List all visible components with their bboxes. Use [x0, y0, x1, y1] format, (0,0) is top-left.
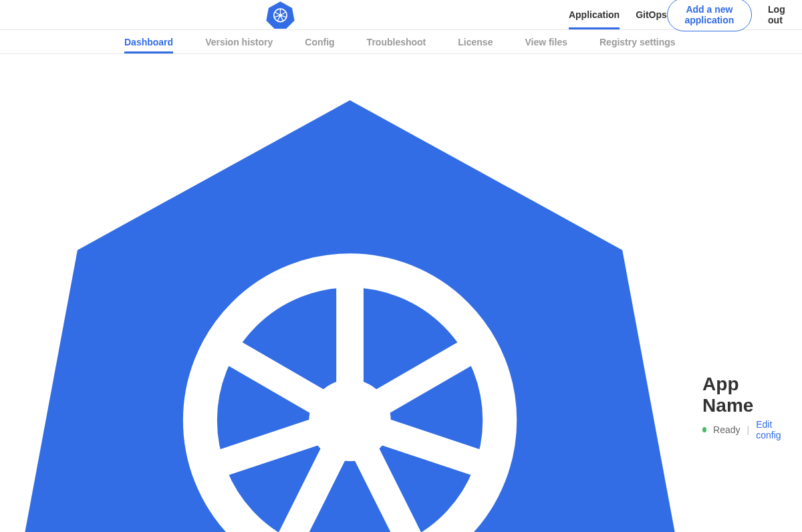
tab-application[interactable]: Application [569, 0, 620, 29]
subnav-item-license[interactable]: License [458, 30, 493, 53]
divider: | [747, 424, 750, 435]
subnav-item-view-files[interactable]: View files [525, 30, 567, 53]
kubernetes-logo-icon [8, 0, 553, 29]
top-nav: Application GitOps [569, 0, 667, 29]
subnav-item-troubleshoot[interactable]: Troubleshoot [367, 30, 426, 53]
status-text: Ready [713, 424, 740, 435]
edit-config-link[interactable]: Edit config [756, 419, 789, 440]
subnav-item-config[interactable]: Config [305, 30, 334, 53]
sub-nav: DashboardVersion historyConfigTroublesho… [0, 30, 802, 54]
app-icon [9, 66, 690, 532]
tab-gitops[interactable]: GitOps [636, 0, 667, 29]
status-dot-icon [702, 427, 706, 432]
app-header: App Name Ready | Edit config [0, 54, 802, 532]
subnav-item-registry-settings[interactable]: Registry settings [599, 30, 676, 53]
subnav-item-dashboard[interactable]: Dashboard [124, 30, 173, 53]
app-title: App Name [702, 374, 789, 416]
subnav-item-version-history[interactable]: Version history [205, 30, 273, 53]
add-application-button[interactable]: Add a new application [667, 0, 752, 31]
topbar: Application GitOps Add a new application… [0, 0, 802, 30]
svg-point-9 [279, 14, 281, 17]
svg-point-19 [309, 380, 390, 461]
logout-link[interactable]: Log out [768, 4, 789, 25]
